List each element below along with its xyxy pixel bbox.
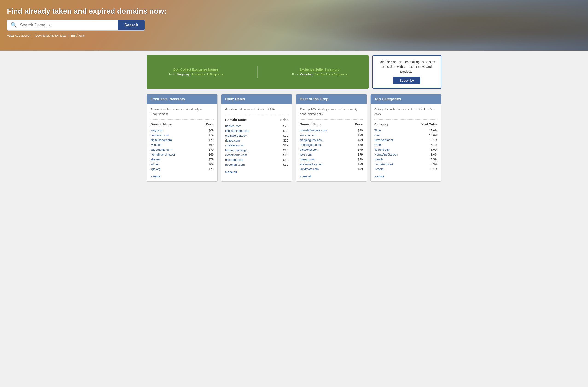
best-of-drop-card: Best of the Drop The top 100 deleting na… [296, 94, 367, 182]
domain-price: $69 [209, 129, 214, 132]
category-link[interactable]: HomeAndGarden [374, 153, 398, 156]
category-link[interactable]: People [374, 167, 383, 171]
top-categories-more[interactable]: > more [374, 175, 384, 178]
category-link[interactable]: Entertainment [374, 138, 393, 142]
exclusive-inventory-card: Exclusive Inventory These domain names a… [147, 94, 218, 182]
domain-price: $79 [358, 158, 363, 161]
domain-link[interactable]: kga.org [150, 167, 161, 171]
table-row: ofmag.com$79 [300, 157, 363, 162]
table-row: urlslide.com$20 [225, 123, 288, 128]
domain-price: $20 [283, 134, 288, 137]
domain-link[interactable]: tuny.com [150, 129, 163, 132]
best-of-drop-more[interactable]: > see all [300, 175, 312, 178]
table-row: micropm.com$19 [225, 157, 288, 162]
top-categories-desc: Categories with the most sales in the la… [374, 107, 438, 116]
domain-price: $69 [209, 163, 214, 166]
table-row: homefinancing.com$69 [150, 152, 214, 157]
hero-links: Advanced Search Download Auction Lists B… [7, 34, 581, 37]
search-icon: 🔍 [7, 22, 20, 28]
top-categories-list: Time17.6%Geo16.6%Entertainment8.1%Other7… [374, 128, 438, 171]
domain-link[interactable]: printland.com [150, 133, 168, 137]
domain-link[interactable]: micropm.com [225, 158, 243, 162]
daily-deals-body: Great domain names that start at $19 Dom… [221, 104, 292, 177]
domain-link[interactable]: closethemp.com [225, 153, 247, 157]
table-row: ripzoo.com$20 [225, 138, 288, 143]
category-link[interactable]: Geo [374, 133, 380, 137]
top-categories-body: Categories with the most sales in the la… [371, 104, 441, 181]
category-link[interactable]: Technology [374, 148, 390, 151]
table-row: frozengrill.com$19 [225, 162, 288, 167]
table-row: biotechpr.com$79 [300, 147, 363, 152]
table-row: printland.com$79 [150, 133, 214, 138]
hero-title: Find already taken and expired domains n… [7, 7, 581, 15]
table-row: vinylmats.com$79 [300, 166, 363, 171]
domain-link[interactable]: cpaleaves.com [225, 143, 245, 147]
domain-link[interactable]: domainfurniture.com [300, 129, 327, 132]
domain-link[interactable]: urlslide.com [225, 124, 241, 128]
exclusive-inventory-body: These domain names are found only on Sna… [147, 104, 217, 181]
domain-link[interactable]: creditborder.com [225, 134, 248, 137]
download-auction-link[interactable]: Download Auction Lists [36, 34, 69, 37]
domain-price: $79 [358, 129, 363, 132]
domcollect-join-link[interactable]: Join Auction in Progress » [191, 73, 224, 76]
advanced-search-link[interactable]: Advanced Search [7, 34, 33, 37]
domain-link[interactable]: siscape.com [300, 133, 316, 137]
domain-link[interactable]: ripzoo.com [225, 139, 240, 142]
exclusive-inventory-desc: These domain names are found only on Sna… [150, 107, 214, 116]
domain-link[interactable]: lbez.com [300, 153, 312, 156]
exclusive-inventory-more[interactable]: > more [150, 175, 161, 178]
table-row: Technology6.0% [374, 147, 438, 152]
search-input[interactable] [20, 23, 118, 28]
domain-link[interactable]: supername.com [150, 148, 172, 151]
domain-price: $79 [209, 167, 214, 171]
domain-link[interactable]: abx.net [150, 158, 161, 161]
domain-link[interactable]: idiotwatchers.com [225, 129, 249, 133]
domain-link[interactable]: fortuna-cruising... [225, 148, 248, 152]
category-pct: 3.6% [431, 153, 438, 156]
best-of-drop-col-headers: Domain Name Price [300, 122, 363, 126]
domain-price: $19 [283, 148, 288, 152]
category-link[interactable]: FoodAndDrink [374, 163, 394, 166]
subscribe-button[interactable]: Subscribe [393, 77, 420, 84]
top-categories-header: Top Categories [371, 94, 441, 104]
category-pct: 7.1% [431, 143, 438, 146]
exclusive-seller-join-link[interactable]: Join Auction in Progress » [315, 73, 347, 76]
domain-price: $79 [209, 133, 214, 137]
top-categories-col-headers: Category % of Sales [374, 122, 438, 126]
table-row: FoodAndDrink3.3% [374, 162, 438, 166]
domain-link[interactable]: wita.com [150, 143, 162, 146]
search-button[interactable]: Search [118, 20, 145, 30]
best-of-drop-header: Best of the Drop [296, 94, 367, 104]
table-row: lof.net$69 [150, 162, 214, 166]
category-link[interactable]: Health [374, 158, 383, 161]
domain-link[interactable]: shipping-insuran... [300, 138, 324, 142]
domain-link[interactable]: homefinancing.com [150, 153, 177, 156]
domain-link[interactable]: biotechpr.com [300, 148, 318, 151]
domain-link[interactable]: vinylmats.com [300, 167, 319, 171]
domain-link[interactable]: advancedoor.com [300, 163, 323, 166]
subscribe-text: Join the SnapNames mailing list to stay … [378, 60, 436, 74]
domain-link[interactable]: digitalshow.com [150, 138, 172, 142]
domcollect-title-link[interactable]: DomCollect Exclusive Names [173, 68, 218, 71]
domain-price: $19 [283, 158, 288, 162]
domain-link[interactable]: lof.net [150, 163, 159, 166]
table-row: advancedoor.com$79 [300, 162, 363, 166]
daily-deals-more[interactable]: > see all [225, 170, 237, 174]
domain-price: $79 [358, 153, 363, 156]
table-row: HomeAndGarden3.6% [374, 152, 438, 157]
table-row: abx.net$79 [150, 157, 214, 162]
domain-link[interactable]: frozengrill.com [225, 163, 245, 166]
domcollect-banner: DomCollect Exclusive Names Ends: Ongoing… [168, 68, 224, 76]
category-link[interactable]: Time [374, 129, 381, 132]
table-row: closethemp.com$19 [225, 153, 288, 157]
domain-link[interactable]: dbdesigner.com [300, 143, 321, 146]
exclusive-seller-title-link[interactable]: Exclusive Seller Inventory [299, 68, 339, 71]
table-row: supername.com$79 [150, 147, 214, 152]
table-row: creditborder.com$20 [225, 133, 288, 138]
category-link[interactable]: Other [374, 143, 382, 146]
bulk-tools-link[interactable]: Bulk Tools [71, 34, 87, 37]
domain-price: $19 [283, 153, 288, 157]
table-row: siscape.com$79 [300, 133, 363, 138]
search-bar: 🔍 Search [7, 20, 145, 31]
domain-link[interactable]: ofmag.com [300, 158, 315, 161]
